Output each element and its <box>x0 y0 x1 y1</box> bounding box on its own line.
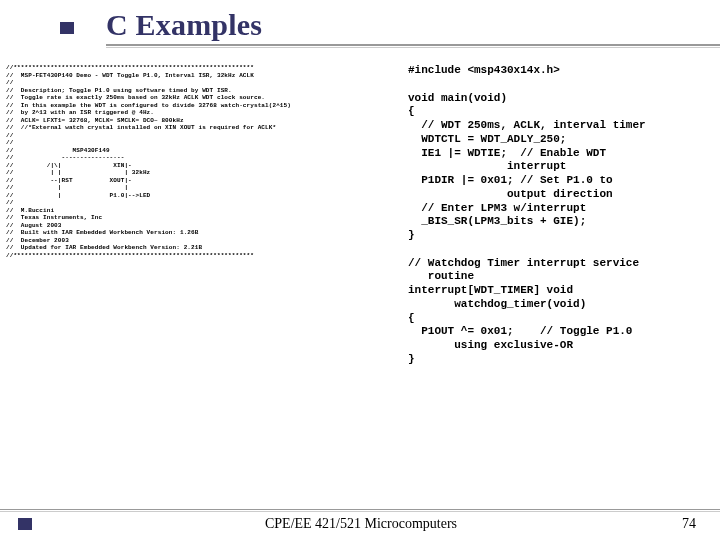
title-underline-secondary <box>106 47 720 48</box>
slide-title: C Examples <box>106 8 720 42</box>
slide-body: //**************************************… <box>0 54 720 259</box>
footer-line-secondary <box>0 511 720 512</box>
title-underline-primary <box>106 44 720 46</box>
slide: C Examples //***************************… <box>0 0 720 540</box>
title-bar: C Examples <box>0 0 720 54</box>
code-comment-block: //**************************************… <box>6 64 291 259</box>
footer-line-primary <box>0 509 720 510</box>
footer-row: CPE/EE 421/521 Microcomputers 74 <box>0 516 720 532</box>
title-accent-box <box>60 22 74 34</box>
code-source-block: #include <msp430x14x.h> void main(void) … <box>408 64 646 367</box>
footer: CPE/EE 421/521 Microcomputers 74 <box>0 509 720 532</box>
footer-text: CPE/EE 421/521 Microcomputers <box>2 516 720 532</box>
page-number: 74 <box>682 516 696 532</box>
